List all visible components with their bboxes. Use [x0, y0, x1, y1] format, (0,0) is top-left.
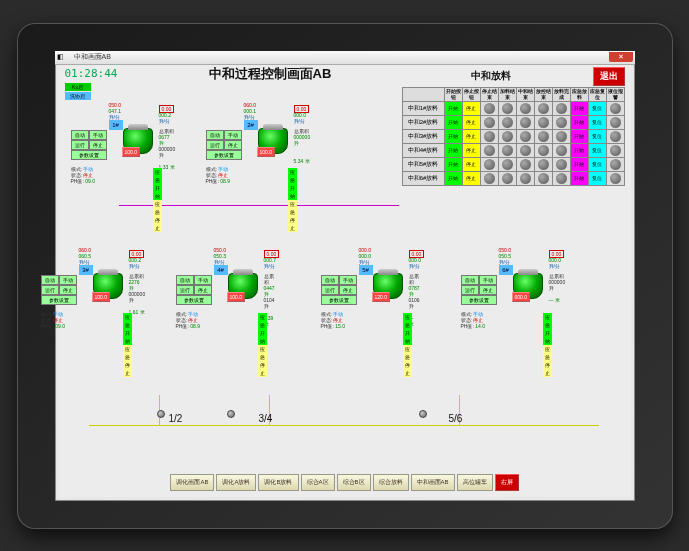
run-button[interactable]: 运行 — [321, 285, 339, 295]
bottom-nav: 调化画面AB 调化A放料 调化B放料 综合A区 综合B区 综合放料 中和画面AB… — [119, 474, 571, 491]
vessel-icon: 100.0 — [93, 273, 123, 299]
stop-button[interactable]: 停止 — [224, 140, 242, 150]
run-button[interactable]: 运行 — [461, 285, 479, 295]
em-stop-button[interactable]: 应急停止 — [288, 200, 297, 232]
manual-button[interactable]: 手动 — [194, 275, 212, 285]
manual-button[interactable]: 手动 — [89, 130, 107, 140]
tank-id-label: 2# — [244, 120, 258, 130]
manual-button[interactable]: 手动 — [59, 275, 77, 285]
vessel-icon: 000.0 — [513, 273, 543, 299]
pair-label-12: 1/2 — [169, 413, 183, 424]
vessel-icon: 120.0 — [373, 273, 403, 299]
nav-right-screen[interactable]: 右屏 — [495, 474, 519, 491]
nav-tiaohua-b[interactable]: 调化B放料 — [258, 474, 298, 491]
em-stop-button[interactable]: 应急停止 — [123, 345, 132, 377]
auto-button[interactable]: 自动 — [321, 275, 339, 285]
pair-label-34: 3/4 — [259, 413, 273, 424]
pair-label-56: 5/6 — [449, 413, 463, 424]
sensor-icon — [419, 410, 427, 418]
indicator-wash[interactable]: 洗协启 — [65, 92, 91, 100]
run-button[interactable]: 运行 — [71, 140, 89, 150]
nav-tiaohua-a[interactable]: 调化A放料 — [216, 474, 256, 491]
em-start-button[interactable]: 应急开始 — [153, 168, 162, 200]
manual-button[interactable]: 手动 — [224, 130, 242, 140]
run-button[interactable]: 运行 — [176, 285, 194, 295]
page-title: 中和过程控制画面AB — [209, 65, 332, 83]
em-start-button[interactable]: 应急开始 — [123, 313, 132, 345]
params-button[interactable]: 参数设置 — [461, 295, 497, 305]
stop-button[interactable]: 停止 — [59, 285, 77, 295]
params-button[interactable]: 参数设置 — [41, 295, 77, 305]
nav-gaowei[interactable]: 高位罐车 — [457, 474, 493, 491]
em-stop-button[interactable]: 应急停止 — [543, 345, 552, 377]
close-icon[interactable]: ✕ — [609, 52, 633, 62]
auto-button[interactable]: 自动 — [41, 275, 59, 285]
red-value-button[interactable]: 100.0 — [122, 147, 141, 157]
em-button-1[interactable]: 开始 — [570, 101, 588, 115]
red-value-button[interactable]: 000.0 — [512, 292, 531, 302]
nav-tiaohua-ab[interactable]: 调化画面AB — [170, 474, 214, 491]
stop-button[interactable]: 停止 — [89, 140, 107, 150]
stop-button[interactable]: 停止 — [194, 285, 212, 295]
stop-button[interactable]: 停止 — [339, 285, 357, 295]
auto-button[interactable]: 自动 — [71, 130, 89, 140]
em-start-button[interactable]: 应急开始 — [288, 168, 297, 200]
nav-zhonghe-ab[interactable]: 中和画面AB — [411, 474, 455, 491]
nav-zonghe-a[interactable]: 综合A区 — [301, 474, 335, 491]
run-button[interactable]: 运行 — [206, 140, 224, 150]
vessel-icon: 100.0 — [228, 273, 258, 299]
red-value-button[interactable]: 100.0 — [257, 147, 276, 157]
em-start-button[interactable]: 应急开始 — [403, 313, 412, 345]
tank-id-label: 6# — [499, 265, 513, 275]
indicator-kx[interactable]: Kx启 — [65, 83, 91, 91]
tank-id-label: 1# — [109, 120, 123, 130]
vessel-icon: 100.0 — [123, 128, 153, 154]
clock: 01:28:44 — [65, 67, 118, 80]
params-button[interactable]: 参数设置 — [321, 295, 357, 305]
window-title: 中和画面AB — [74, 52, 111, 62]
app-icon: ◧ — [57, 53, 64, 61]
manual-button[interactable]: 手动 — [479, 275, 497, 285]
stop-button-1[interactable]: 停止 — [462, 101, 480, 115]
auto-button[interactable]: 自动 — [176, 275, 194, 285]
exit-button[interactable]: 退出 — [593, 67, 625, 86]
em-stop-button[interactable]: 应急停止 — [153, 200, 162, 232]
em-start-button[interactable]: 应急开始 — [258, 313, 267, 345]
stop-button[interactable]: 停止 — [479, 285, 497, 295]
sensor-icon — [157, 410, 165, 418]
params-button[interactable]: 参数设置 — [176, 295, 212, 305]
em-stop-button[interactable]: 应急停止 — [258, 345, 267, 377]
params-button[interactable]: 参数设置 — [206, 150, 242, 160]
auto-button[interactable]: 自动 — [461, 275, 479, 285]
red-value-button[interactable]: 120.0 — [372, 292, 391, 302]
sensor-icon — [227, 410, 235, 418]
em-start-button[interactable]: 应急开始 — [543, 313, 552, 345]
auto-button[interactable]: 自动 — [206, 130, 224, 140]
tank-id-label: 3# — [79, 265, 93, 275]
reset-button-1[interactable]: 复位 — [588, 101, 606, 115]
sub-title: 中和放料 — [471, 69, 511, 83]
start-button-1[interactable]: 开始 — [444, 101, 462, 115]
manual-button[interactable]: 手动 — [339, 275, 357, 285]
params-button[interactable]: 参数设置 — [71, 150, 107, 160]
red-value-button[interactable]: 100.0 — [92, 292, 111, 302]
run-button[interactable]: 运行 — [41, 285, 59, 295]
tank-id-label: 4# — [214, 265, 228, 275]
nav-zonghe-fl[interactable]: 综合放料 — [373, 474, 409, 491]
window-titlebar: ◧ 中和画面AB ✕ — [55, 51, 635, 65]
vessel-icon: 100.0 — [258, 128, 288, 154]
tank-id-label: 5# — [359, 265, 373, 275]
nav-zonghe-b[interactable]: 综合B区 — [337, 474, 371, 491]
red-value-button[interactable]: 100.0 — [227, 292, 246, 302]
em-stop-button[interactable]: 应急停止 — [403, 345, 412, 377]
status-table: 开始按钮停止按钮停止结束加料结束中和结束放控结束放料完成应急放料应急复位液位报警… — [402, 87, 625, 186]
